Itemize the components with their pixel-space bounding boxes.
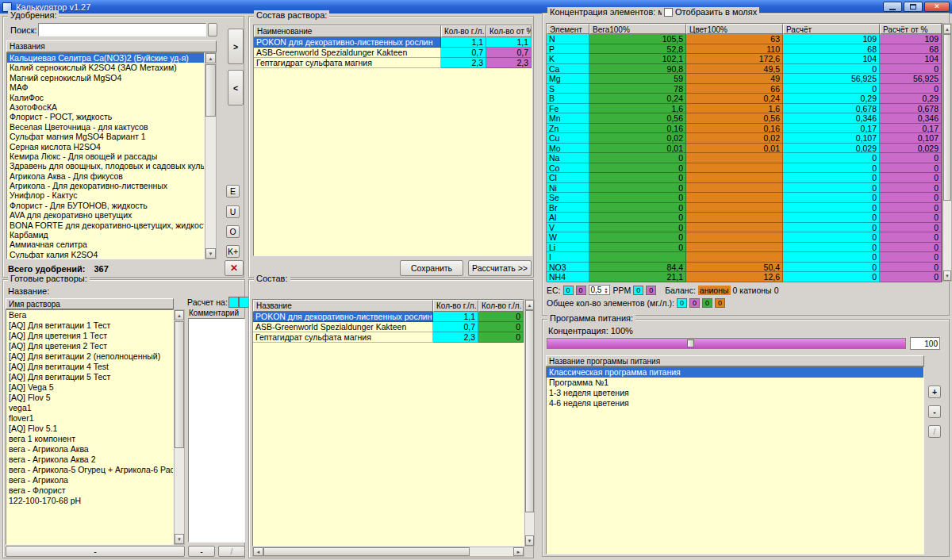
slider-handle[interactable] <box>687 339 694 347</box>
ready-solution-item[interactable]: [AQ] Для вегитации 4 Test <box>6 362 173 372</box>
ready-solution-item[interactable]: вега - Агрикола Аква <box>6 444 173 455</box>
composition-col-qty[interactable]: Кол-во г./л. <box>433 300 478 312</box>
ready-solution-item[interactable]: [AQ] Для цветения 2 Тест <box>6 341 173 351</box>
composition-col-qty2[interactable]: Кол-во г./л. <box>478 300 524 312</box>
fertilizer-list-item[interactable]: Сульфат калия K2SO4 <box>7 250 204 259</box>
fertilizer-list-item[interactable]: Сульфат магния MgSO4 Вариант 1 <box>7 132 204 141</box>
search-side-button[interactable] <box>208 23 217 36</box>
o-button[interactable]: O <box>226 225 240 238</box>
conc-col-vega[interactable]: Вега100% <box>589 24 686 34</box>
composition-row[interactable]: POKON для декоративно-лиственных рослин … <box>253 312 524 322</box>
ready-solution-item[interactable]: [AQ] Flov 5.1 <box>6 424 173 434</box>
comment-textarea[interactable] <box>188 318 245 543</box>
ready-solution-item[interactable]: [AQ] Vega 5 <box>6 382 173 393</box>
solution-col-pct[interactable]: Кол-во от % <box>486 25 532 37</box>
scroll-right-icon[interactable]: ► <box>513 547 524 556</box>
program-list-item[interactable]: 4-6 неделя цветения <box>547 398 923 408</box>
fertilizer-list-item[interactable]: Агрикола - Для декоративно-лиственных <box>7 181 204 190</box>
ec-value-field[interactable]: 0,5▲▼ <box>589 285 611 295</box>
ready-solution-item[interactable]: вега 1 компонент <box>6 434 173 444</box>
ready-solution-item[interactable]: вега - Агрикола <box>6 475 173 485</box>
solution-col-name[interactable]: Наименование <box>254 25 441 37</box>
add-to-solution-button[interactable]: > <box>228 29 244 64</box>
program-list-item[interactable]: Классическая программа питания <box>547 367 923 378</box>
scroll-down-icon[interactable]: ▼ <box>205 248 216 259</box>
fertilizer-list-item[interactable]: AVA для декоративно цветущих <box>7 210 204 220</box>
search-input[interactable] <box>38 23 206 36</box>
fertilizer-list-item[interactable]: Веселая Цветочница - для кактусов <box>7 122 204 132</box>
minimize-button[interactable] <box>883 2 902 12</box>
ready-list-header[interactable]: Имя раствора <box>6 298 174 309</box>
program-list-item[interactable]: Программа №1 <box>547 378 923 388</box>
scroll-left-icon[interactable]: ◄ <box>253 547 263 556</box>
ready-solution-item[interactable]: вега - Флорист <box>6 485 173 496</box>
fertilizer-list-item[interactable]: МАФ <box>7 82 204 92</box>
program-list-item[interactable]: 1-3 неделя цветения <box>547 388 923 398</box>
clear-button[interactable]: ✕ <box>225 260 244 276</box>
ready-solution-item[interactable]: Вега <box>6 310 173 320</box>
ready-solution-item[interactable]: [AQ] Для цветения 1 Тест <box>6 331 173 341</box>
scroll-thumb[interactable] <box>175 321 184 448</box>
composition-row[interactable]: Гептагидрат сульфата магния 2,3 0 <box>253 332 524 343</box>
fertilizer-list-item[interactable]: Кальциевая Селитра Ca(NO3)2 (Буйские уд-… <box>7 53 204 63</box>
scroll-thumb[interactable] <box>943 34 951 201</box>
ready-solution-item[interactable]: вега - Агрикола-5 Огурец + Агрикола-6 Ра… <box>6 465 173 475</box>
fertilizer-list-item[interactable]: Калий сернокислый K2SO4 (ЗАО Метахим) <box>7 63 204 72</box>
ready-solution-item[interactable]: [AQ] Flov 5 <box>6 393 173 403</box>
scroll-up-icon[interactable]: ▲ <box>943 24 951 34</box>
titlebar[interactable]: Калькулятор v1.27 ✕ <box>0 0 952 13</box>
composition-col-name[interactable]: Название <box>253 300 433 312</box>
ready-solution-item[interactable]: [AQ] Для вегитации 5 Тест <box>6 372 173 382</box>
slider-value-field[interactable]: 100 <box>910 337 940 350</box>
concentration-slider[interactable] <box>547 338 906 349</box>
conc-col-element[interactable]: Элемент <box>547 24 589 34</box>
scroll-thumb[interactable] <box>263 547 470 556</box>
scroll-thumb[interactable] <box>205 64 216 117</box>
program-list-header[interactable]: Название программы питания <box>546 355 924 366</box>
fertilizer-list-item[interactable]: АзотоФосКА <box>7 102 204 112</box>
program-add-button[interactable]: + <box>928 385 941 398</box>
solution-row[interactable]: ASB-Greenworld Spezialdunger Kakteen 0,7… <box>254 48 532 58</box>
k-plus-button[interactable]: K+ <box>226 245 240 258</box>
fertilizer-list-item[interactable]: Флорист - РОСТ, жидкость <box>7 112 204 121</box>
moles-checkbox[interactable] <box>664 8 673 17</box>
scroll-thumb[interactable] <box>525 310 534 512</box>
calculate-button[interactable]: Рассчитать >> <box>468 260 532 276</box>
composition-row[interactable]: ASB-Greenworld Spezialdunger Kakteen 0,7… <box>253 322 524 332</box>
fertilizer-list-item[interactable]: Аммиачная селитра <box>7 240 204 249</box>
save-button[interactable]: Сохранить <box>400 260 463 276</box>
solution-row[interactable]: Гептагидрат сульфата магния 2,3 2,3 <box>254 58 532 68</box>
conc-col-cvet[interactable]: Цвет100% <box>686 24 783 34</box>
concentration-scrollbar[interactable]: ▲ ▼ <box>942 23 952 282</box>
fertilizer-list-item[interactable]: Серная кислота H2SO4 <box>7 142 204 152</box>
scroll-down-icon[interactable]: ▼ <box>175 534 184 544</box>
ready-solution-item[interactable]: flover1 <box>6 413 173 424</box>
maximize-button[interactable] <box>904 2 923 12</box>
solution-col-qty[interactable]: Кол-во г./л. <box>441 25 486 37</box>
ready-solution-item[interactable]: 122-100-170-68 pH <box>6 496 173 506</box>
scroll-down-icon[interactable]: ▼ <box>943 270 951 281</box>
remove-from-solution-button[interactable]: < <box>228 70 244 105</box>
fertilizer-list-item[interactable]: BONA FORTE для декоративно-цветущих, жид… <box>7 221 204 230</box>
program-remove-button[interactable]: - <box>928 405 941 418</box>
comment-apply-button[interactable]: / <box>218 546 245 557</box>
solution-row[interactable]: POKON для декоративно-лиственных рослин … <box>254 37 532 48</box>
fertilizer-list-header[interactable]: Названия <box>6 40 217 52</box>
fertilizer-list-item[interactable]: Унифлор - Кактус <box>7 190 204 200</box>
delete-solution-button[interactable]: - <box>6 546 185 557</box>
e-button[interactable]: E <box>226 185 240 198</box>
scroll-up-icon[interactable]: ▲ <box>205 53 216 63</box>
fertilizer-list-item[interactable]: Карбамид <box>7 230 204 240</box>
fertilizer-list-item[interactable]: Здравень для овощных, плодовых и садовых… <box>7 161 204 171</box>
fertilizer-list-item[interactable]: Флорист - Для БУТОНОВ, жидкость <box>7 201 204 210</box>
scroll-up-icon[interactable]: ▲ <box>175 310 184 320</box>
ready-solution-item[interactable]: вега - Агрикола Аква 2 <box>6 455 173 465</box>
close-button[interactable]: ✕ <box>924 2 950 12</box>
spinner-icon[interactable]: ▲▼ <box>604 287 608 293</box>
fertilizer-list-item[interactable]: Кемира Люкс - Для овощей и рассады <box>7 152 204 161</box>
calc-for-box-1[interactable] <box>228 297 239 308</box>
scroll-down-icon[interactable]: ▼ <box>525 535 534 546</box>
u-button[interactable]: U <box>226 205 240 218</box>
fertilizer-list-item[interactable]: КалиФос <box>7 93 204 102</box>
composition-hscrollbar[interactable]: ◄ ► <box>252 547 524 557</box>
